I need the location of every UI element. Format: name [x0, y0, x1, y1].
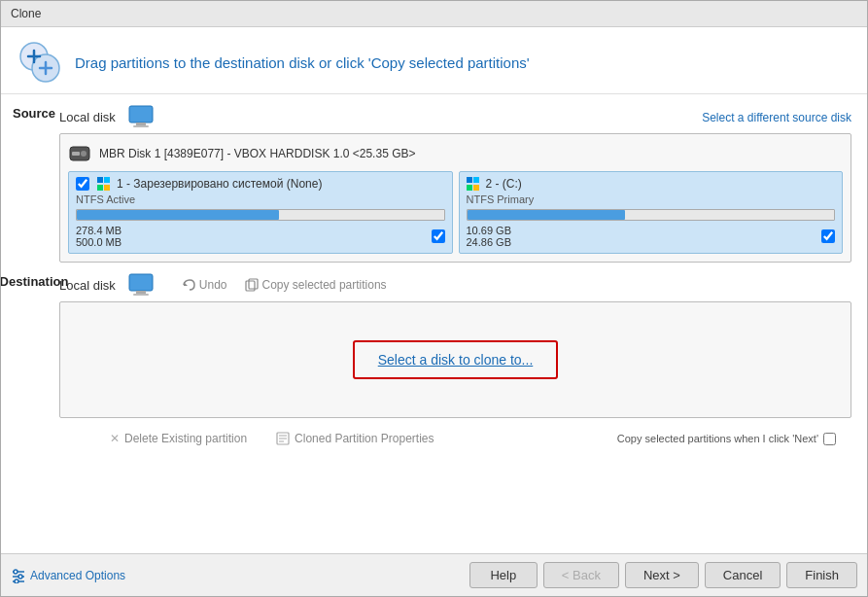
undo-label: Undo [199, 278, 227, 292]
partition-1-checkbox[interactable] [76, 177, 89, 191]
header-section: Drag partitions to the destination disk … [1, 27, 867, 94]
undo-icon [182, 278, 195, 292]
svg-point-23 [15, 579, 18, 583]
harddisk-icon [68, 142, 91, 165]
svg-rect-2 [129, 106, 153, 123]
source-monitor-icon [127, 104, 155, 129]
cancel-button[interactable]: Cancel [705, 562, 781, 588]
svg-rect-9 [136, 291, 146, 294]
window-title: Clone [11, 7, 41, 20]
partition-1-bar-bg [76, 209, 445, 221]
clone-icon [17, 39, 63, 86]
partition-2-card: 2 - (C:) NTFS Primary 10.69 GB 24.86 G [459, 171, 844, 254]
partition-1-card: 1 - Зарезервировано системой (None) NTFS… [68, 171, 453, 254]
svg-rect-7 [72, 152, 80, 156]
footer: Advanced Options Help < Back Next > Canc… [1, 553, 867, 596]
svg-rect-10 [133, 294, 149, 296]
windows-logo-2 [467, 177, 480, 191]
source-disk-box: MBR Disk 1 [4389E077] - VBOX HARDDISK 1.… [59, 133, 851, 263]
svg-point-6 [81, 151, 87, 157]
advanced-options-link[interactable]: Advanced Options [11, 568, 125, 583]
partition-1-type: NTFS Active [76, 193, 445, 205]
partition-2-used: 10.69 GB [467, 225, 511, 236]
partition-1-bar-fill [77, 210, 279, 220]
partition-2-name: 2 - (C:) [486, 177, 522, 191]
undo-action[interactable]: Undo [182, 278, 227, 292]
bottom-options-row: ✕ Delete Existing partition Cloned Parti… [17, 428, 851, 449]
content-area: Drag partitions to the destination disk … [1, 27, 867, 596]
copy-next-row: Copy selected partitions when I click 'N… [617, 433, 836, 445]
source-icon-col: Source [17, 104, 52, 121]
copy-next-label: Copy selected partitions when I click 'N… [617, 433, 818, 444]
copy-icon [245, 278, 259, 292]
cloned-properties-option: Cloned Partition Properties [276, 432, 434, 445]
partition-2-size-checkbox[interactable] [821, 229, 835, 243]
destination-sublabel: Local disk [59, 278, 116, 293]
source-content: Local disk Select a different source dis… [59, 104, 851, 263]
disk-title: MBR Disk 1 [4389E077] - VBOX HARDDISK 1.… [99, 147, 415, 160]
source-label: Source [13, 106, 55, 121]
advanced-options-label: Advanced Options [30, 569, 125, 582]
partition-1-header: 1 - Зарезервировано системой (None) [76, 177, 445, 191]
destination-content: Local disk [59, 272, 851, 418]
copy-next-checkbox[interactable] [823, 433, 836, 445]
title-bar: Clone [1, 1, 867, 27]
partition-2-sizes: 10.69 GB 24.86 GB [467, 225, 836, 248]
back-button[interactable]: < Back [543, 562, 619, 588]
source-sublabel: Local disk [59, 110, 116, 124]
select-disk-button[interactable]: Select a disk to clone to... [353, 340, 559, 379]
partition-2-bar-fill [468, 210, 625, 220]
svg-marker-11 [184, 282, 188, 286]
destination-icon-col: Destination [17, 272, 52, 289]
cloned-properties-label: Cloned Partition Properties [295, 432, 434, 445]
destination-actions: Undo Copy selected partitions [182, 278, 387, 292]
partition-2-type: NTFS Primary [467, 193, 836, 205]
delete-partition-option: ✕ Delete Existing partition [110, 432, 247, 445]
destination-label: Destination [1, 274, 68, 289]
partition-1-total: 500.0 MB [76, 236, 122, 248]
main-window: Clone Drag partitions to the destination… [0, 0, 868, 597]
windows-logo-1 [97, 177, 111, 191]
partition-2-bar-bg [467, 209, 836, 221]
partition-1-name: 1 - Зарезервировано системой (None) [117, 177, 322, 191]
partition-1-size-checkbox[interactable] [432, 229, 445, 243]
svg-point-21 [18, 575, 22, 579]
partition-1-used: 278.4 MB [76, 225, 122, 236]
destination-monitor-icon [127, 272, 155, 298]
destination-disk-box: Select a disk to clone to... [59, 301, 851, 418]
help-button[interactable]: Help [469, 562, 538, 588]
copy-partitions-action[interactable]: Copy selected partitions [245, 278, 387, 292]
sliders-icon [11, 568, 26, 583]
disk-title-row: MBR Disk 1 [4389E077] - VBOX HARDDISK 1.… [68, 142, 843, 165]
destination-section: Destination Local disk [17, 272, 851, 418]
svg-rect-3 [136, 123, 146, 125]
delete-x-icon: ✕ [110, 432, 120, 445]
header-instruction: Drag partitions to the destination disk … [75, 54, 530, 71]
finish-button[interactable]: Finish [786, 562, 857, 588]
properties-icon [276, 432, 290, 445]
partition-2-total: 24.86 GB [467, 236, 511, 248]
partition-1-sizes: 278.4 MB 500.0 MB [76, 225, 445, 248]
svg-rect-8 [129, 274, 153, 291]
source-section: Source Local disk Select a different sou… [17, 104, 851, 263]
partitions-row: 1 - Зарезервировано системой (None) NTFS… [68, 171, 843, 254]
svg-point-19 [14, 570, 17, 574]
main-body: Source Local disk Select a different sou… [1, 94, 867, 553]
delete-partition-label: Delete Existing partition [124, 432, 247, 445]
select-different-source-link[interactable]: Select a different source disk [702, 109, 851, 124]
partition-2-header: 2 - (C:) [467, 177, 836, 191]
copy-partitions-label: Copy selected partitions [262, 278, 387, 292]
next-button[interactable]: Next > [625, 562, 699, 588]
svg-rect-4 [133, 125, 149, 127]
